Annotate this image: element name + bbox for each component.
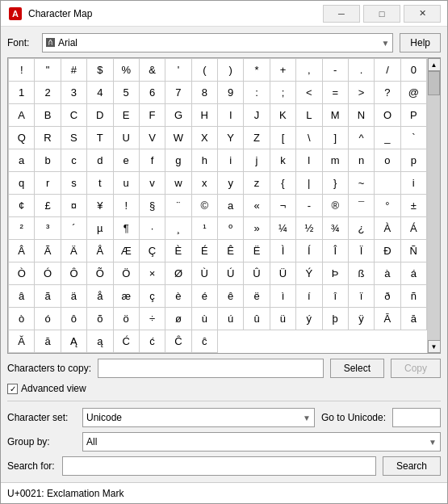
char-cell[interactable]: 9 <box>218 82 244 104</box>
char-cell[interactable]: L <box>296 104 322 127</box>
char-cell[interactable]: @ <box>401 82 427 104</box>
char-cell[interactable]: 1 <box>9 82 35 104</box>
char-cell[interactable]: ä <box>61 285 87 308</box>
char-cell[interactable]: º <box>218 217 244 240</box>
char-cell[interactable]: ð <box>375 285 400 308</box>
char-cell[interactable]: 6 <box>140 82 165 104</box>
char-cell[interactable]: å <box>87 285 113 308</box>
char-cell[interactable]: µ <box>87 217 113 240</box>
char-cell[interactable]: Ć <box>114 330 140 353</box>
char-cell[interactable]: à <box>375 262 400 285</box>
char-cell[interactable]: ) <box>218 59 244 82</box>
char-cell[interactable]: p <box>401 149 427 172</box>
char-cell[interactable]: ² <box>9 217 35 240</box>
char-cell[interactable]: õ <box>87 308 113 330</box>
char-cell[interactable]: + <box>270 59 296 82</box>
char-cell[interactable]: g <box>165 149 191 172</box>
char-cell[interactable]: ó <box>35 308 61 330</box>
char-cell[interactable]: o <box>375 149 400 172</box>
char-cell[interactable]: þ <box>323 308 349 330</box>
char-cell[interactable]: e <box>114 149 140 172</box>
char-cell[interactable]: Ì <box>270 240 296 262</box>
char-cell[interactable]: » <box>244 217 270 240</box>
char-cell[interactable]: ÷ <box>140 308 165 330</box>
char-cell[interactable]: ¹ <box>192 217 218 240</box>
char-cell[interactable]: V <box>140 127 165 149</box>
char-cell[interactable]: È <box>165 240 191 262</box>
char-cell[interactable]: Ą <box>61 330 87 353</box>
char-cell[interactable]: d <box>87 149 113 172</box>
char-cell[interactable]: Á <box>401 217 427 240</box>
search-button[interactable]: Search <box>383 456 441 476</box>
char-cell[interactable]: n <box>349 149 375 172</box>
char-cell[interactable]: ï <box>349 285 375 308</box>
char-cell[interactable]: c <box>61 149 87 172</box>
char-cell[interactable]: 5 <box>114 82 140 104</box>
char-cell[interactable]: ½ <box>296 217 322 240</box>
char-cell[interactable]: - <box>296 195 322 217</box>
char-cell[interactable]: î <box>323 285 349 308</box>
char-cell[interactable]: } <box>323 172 349 195</box>
char-cell[interactable]: ā <box>401 308 427 330</box>
char-cell[interactable]: | <box>296 172 322 195</box>
help-button[interactable]: Help <box>400 33 441 52</box>
group-by-dropdown[interactable]: All ▼ <box>82 432 441 452</box>
char-cell[interactable]: \ <box>296 127 322 149</box>
char-cell[interactable]: ă <box>35 330 61 353</box>
char-cell[interactable]: É <box>192 240 218 262</box>
char-cell[interactable]: í <box>296 285 322 308</box>
char-cell[interactable]: " <box>35 59 61 82</box>
char-cell[interactable]: ³ <box>35 217 61 240</box>
char-cell[interactable]: . <box>349 59 375 82</box>
char-cell[interactable]: C <box>61 104 87 127</box>
char-cell[interactable]: G <box>165 104 191 127</box>
char-cell[interactable]: ¼ <box>270 217 296 240</box>
char-cell[interactable]: Ü <box>270 262 296 285</box>
char-cell[interactable]: ¨ <box>165 195 191 217</box>
char-cell[interactable]: ¶ <box>114 217 140 240</box>
char-cell[interactable]: Â <box>9 240 35 262</box>
char-cell[interactable]: x <box>192 172 218 195</box>
char-cell[interactable]: ê <box>218 285 244 308</box>
font-dropdown[interactable]: 🅰 Arial ▼ <box>42 33 393 52</box>
char-cell[interactable]: j <box>244 149 270 172</box>
scroll-down-button[interactable]: ▼ <box>428 340 441 353</box>
char-cell[interactable]: , <box>296 59 322 82</box>
char-cell[interactable]: Û <box>244 262 270 285</box>
char-cell[interactable]: ® <box>323 195 349 217</box>
char-cell[interactable]: ¤ <box>61 195 87 217</box>
char-cell[interactable]: Î <box>323 240 349 262</box>
char-cell[interactable]: w <box>165 172 191 195</box>
char-cell[interactable]: ß <box>349 262 375 285</box>
char-cell[interactable]: Z <box>244 127 270 149</box>
char-cell[interactable]: > <box>349 82 375 104</box>
char-cell[interactable]: Ã <box>35 240 61 262</box>
char-cell[interactable]: × <box>140 262 165 285</box>
char-cell[interactable]: Ä <box>61 240 87 262</box>
char-cell[interactable]: ü <box>270 308 296 330</box>
char-cell[interactable]: Ú <box>218 262 244 285</box>
char-cell[interactable]: £ <box>35 195 61 217</box>
char-cell[interactable]: Ø <box>165 262 191 285</box>
char-cell[interactable]: H <box>192 104 218 127</box>
char-cell[interactable]: ô <box>61 308 87 330</box>
char-cell[interactable]: 2 <box>35 82 61 104</box>
char-cell[interactable]: 4 <box>87 82 113 104</box>
char-cell[interactable]: © <box>192 195 218 217</box>
char-cell[interactable]: ¬ <box>270 195 296 217</box>
char-cell[interactable]: / <box>375 59 400 82</box>
char-cell[interactable]: k <box>270 149 296 172</box>
char-cell[interactable]: M <box>323 104 349 127</box>
char-cell[interactable]: 7 <box>165 82 191 104</box>
char-cell[interactable]: ø <box>165 308 191 330</box>
char-cell[interactable]: - <box>323 59 349 82</box>
char-cell[interactable]: Ā <box>375 308 400 330</box>
char-cell[interactable]: B <box>35 104 61 127</box>
char-cell[interactable]: ^ <box>349 127 375 149</box>
char-cell[interactable]: Ô <box>61 262 87 285</box>
char-cell[interactable]: & <box>140 59 165 82</box>
char-cell[interactable]: Ð <box>375 240 400 262</box>
char-cell[interactable]: Ù <box>192 262 218 285</box>
char-cell[interactable]: a <box>9 149 35 172</box>
char-cell[interactable]: W <box>165 127 191 149</box>
